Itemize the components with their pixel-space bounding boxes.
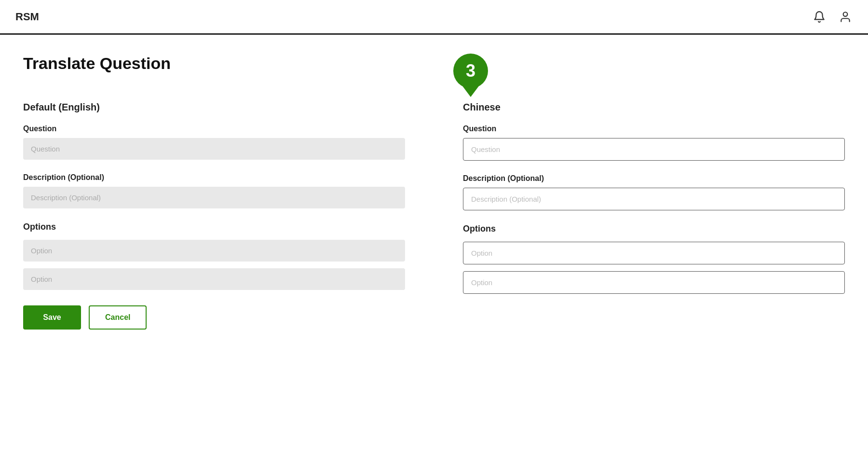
chinese-option-2-input[interactable] — [463, 271, 845, 294]
english-column-header: Default (English) — [23, 102, 405, 113]
chinese-column: 3 Chinese Question Description (Optional… — [453, 102, 845, 330]
chinese-option-1-input[interactable] — [463, 242, 845, 264]
badge-wrapper: 3 — [453, 54, 488, 97]
english-option-2-input — [23, 268, 405, 290]
app-header: RSM — [0, 0, 868, 35]
chinese-question-label: Question — [463, 124, 845, 133]
chinese-question-group: Question — [463, 124, 845, 161]
badge-number: 3 — [466, 62, 475, 80]
chinese-options-label: Options — [463, 224, 845, 234]
english-question-group: Question — [23, 124, 405, 160]
notification-icon[interactable] — [812, 10, 827, 24]
chinese-column-header: Chinese — [463, 102, 845, 113]
chinese-option-1 — [463, 242, 845, 264]
chinese-description-group: Description (Optional) — [463, 174, 845, 210]
chinese-description-input[interactable] — [463, 188, 845, 210]
user-icon[interactable] — [838, 10, 853, 24]
chinese-options-group: Options — [463, 224, 845, 294]
english-option-2 — [23, 268, 405, 290]
page-title: Translate Question — [23, 54, 845, 73]
english-option-1 — [23, 240, 405, 262]
english-options-group: Options — [23, 222, 405, 290]
english-question-label: Question — [23, 124, 405, 133]
svg-point-0 — [843, 12, 848, 16]
english-column: Default (English) Question Description (… — [23, 102, 415, 330]
english-description-label: Description (Optional) — [23, 173, 405, 182]
language-badge: 3 — [453, 54, 488, 97]
english-options-label: Options — [23, 222, 405, 232]
button-row: Save Cancel — [23, 305, 405, 330]
english-description-input — [23, 187, 405, 208]
chinese-description-label: Description (Optional) — [463, 174, 845, 183]
english-description-group: Description (Optional) — [23, 173, 405, 208]
english-option-1-input — [23, 240, 405, 262]
chinese-question-input[interactable] — [463, 138, 845, 161]
english-question-input — [23, 138, 405, 160]
form-columns: Default (English) Question Description (… — [23, 102, 845, 330]
cancel-button[interactable]: Cancel — [89, 305, 147, 330]
save-button[interactable]: Save — [23, 305, 81, 330]
main-content: Translate Question Default (English) Que… — [0, 35, 868, 349]
app-logo: RSM — [15, 11, 39, 23]
chinese-option-2 — [463, 271, 845, 294]
header-actions — [812, 10, 853, 24]
